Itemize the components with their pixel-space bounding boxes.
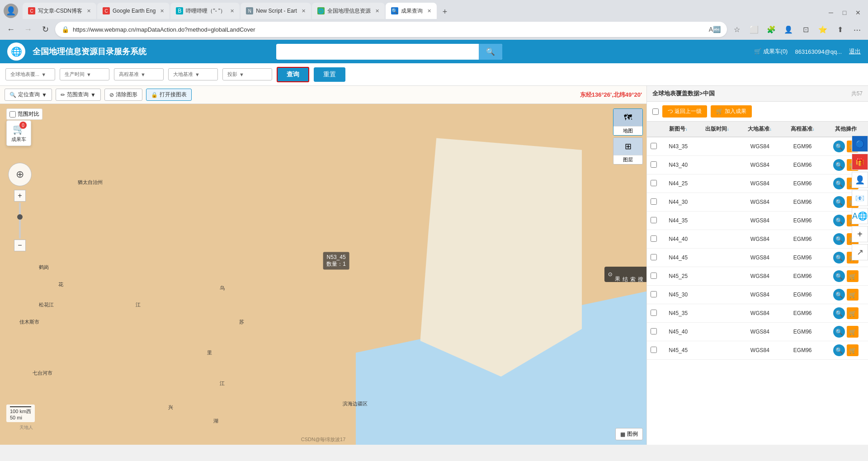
action-search-2[interactable]: 🔍 <box>833 178 845 189</box>
tab-4[interactable]: N New Script - Eart ✕ <box>241 3 311 19</box>
add-to-cart-button[interactable]: 🛒 加入成果 <box>711 105 751 118</box>
tab-1[interactable]: C 写文章-CSDN博客 ✕ <box>23 3 96 19</box>
range-query-button[interactable]: ✏ 范围查询 ▼ <box>56 89 101 101</box>
app-search-bar[interactable]: 🔍 <box>276 44 502 60</box>
bookmark-icon[interactable]: ☆ <box>730 22 744 37</box>
back-button[interactable]: ← <box>4 22 18 37</box>
tab-close-3[interactable]: ✕ <box>230 8 234 14</box>
filter-production-time[interactable]: 生产时间 ▼ <box>60 68 109 80</box>
compare-checkbox[interactable] <box>9 111 16 118</box>
action-cart-10[interactable]: 🛒 <box>847 326 859 338</box>
action-search-0[interactable]: 🔍 <box>833 141 845 152</box>
window-close[interactable]: ✕ <box>852 6 864 19</box>
zoom-handle[interactable] <box>17 214 23 220</box>
tab-6-active[interactable]: 🔍 成果查询 ✕ <box>386 3 437 19</box>
sidebar-icon-person[interactable]: 👤 <box>852 172 868 188</box>
new-tab-button[interactable]: + <box>438 5 452 19</box>
search-result-tab[interactable]: 搜 索 结 果 ⊙ <box>604 267 646 282</box>
col-pub-time[interactable]: 出版时间↓ <box>696 122 738 137</box>
sidebar-icon-translate[interactable]: A🌐 <box>852 208 868 224</box>
query-button[interactable]: 查询 <box>277 67 309 82</box>
tab-close-4[interactable]: ✕ <box>302 8 306 14</box>
tab-2[interactable]: C Google Earth Eng ✕ <box>97 3 170 19</box>
tab-close-1[interactable]: ✕ <box>87 8 91 14</box>
tab-close-6[interactable]: ✕ <box>427 8 431 14</box>
map-thumb-map[interactable]: 🗺 地图 <box>613 108 643 136</box>
profile-icon[interactable]: 👤 <box>4 4 18 18</box>
more-icon[interactable]: ··· <box>850 22 864 37</box>
row-checkbox-10[interactable] <box>647 323 660 341</box>
cart-header-icon[interactable]: 🛒 成果车(0) <box>754 47 788 56</box>
action-search-10[interactable]: 🔍 <box>833 326 845 338</box>
tab-close-5[interactable]: ✕ <box>375 8 379 14</box>
row-checkbox-11[interactable] <box>647 341 660 360</box>
profile-menu-icon[interactable]: 👤 <box>781 22 796 37</box>
action-search-6[interactable]: 🔍 <box>833 252 845 263</box>
action-cart-7[interactable]: 🛒 <box>847 270 859 282</box>
row-checkbox-0[interactable] <box>647 137 660 156</box>
map-area[interactable]: 🔍 定位查询 ▼ ✏ 范围查询 ▼ ⊘ 清除图形 🔒 打开接图表 东经136°2… <box>0 86 646 445</box>
action-search-3[interactable]: 🔍 <box>833 196 845 208</box>
reset-button[interactable]: 重置 <box>314 67 345 82</box>
col-elevation[interactable]: 高程基准↓ <box>781 122 824 137</box>
col-datum[interactable]: 大地基准↓ <box>739 122 781 137</box>
map-thumb-layer[interactable]: ⊞ 图层 <box>613 137 643 165</box>
tab-3[interactable]: B 哔哩哔哩（"- "） ✕ <box>170 3 240 19</box>
row-checkbox-8[interactable] <box>647 286 660 304</box>
split-view-icon[interactable]: ⊡ <box>798 22 813 37</box>
select-all-checkbox[interactable] <box>652 108 659 115</box>
sidebar-icon-blue[interactable]: 🔵 <box>852 136 868 152</box>
logout-button[interactable]: 退出 <box>849 47 861 56</box>
row-checkbox-9[interactable] <box>647 304 660 323</box>
reload-button[interactable]: ↻ <box>38 22 52 37</box>
favorites-icon[interactable]: ⭐ <box>816 22 830 37</box>
locate-query-button[interactable]: 🔍 定位查询 ▼ <box>5 89 52 101</box>
forward-button[interactable]: → <box>21 22 35 37</box>
action-cart-8[interactable]: 🛒 <box>847 289 859 301</box>
filter-projection[interactable]: 投影 ▼ <box>222 68 272 80</box>
row-checkbox-3[interactable] <box>647 193 660 212</box>
action-search-11[interactable]: 🔍 <box>833 344 845 356</box>
row-checkbox-2[interactable] <box>647 174 660 193</box>
row-checkbox-1[interactable] <box>647 156 660 174</box>
search-button[interactable]: 🔍 <box>479 44 502 60</box>
extensions-icon[interactable]: 🧩 <box>764 22 778 37</box>
filter-geodetic[interactable]: 大地基准 ▼ <box>168 68 218 80</box>
row-checkbox-7[interactable] <box>647 267 660 286</box>
compass-button[interactable]: ⊕ <box>8 163 32 186</box>
cart-widget[interactable]: 🛒 0 成果车 <box>6 120 31 146</box>
row-checkbox-6[interactable] <box>647 249 660 267</box>
action-search-4[interactable]: 🔍 <box>833 215 845 226</box>
sidebar-icon-red[interactable]: 🎁 <box>852 154 868 170</box>
action-search-9[interactable]: 🔍 <box>833 307 845 319</box>
map-canvas[interactable]: 猶太自治州 鹤岗 花 松花江 佳木斯市 七台河市 兴 湖 滨海边疆区 乌 苏 里… <box>0 104 646 445</box>
action-cart-9[interactable]: 🛒 <box>847 307 859 319</box>
zoom-out-button[interactable]: − <box>14 240 26 251</box>
sidebar-icon-plus[interactable]: + <box>852 226 868 242</box>
tab-5[interactable]: 🌐 全国地理信息资源 ✕ <box>312 3 385 19</box>
legend-button[interactable]: ▦ 图例 <box>615 428 643 440</box>
url-bar[interactable]: 🔒 https://www.webmap.cn/mapDataAction.do… <box>55 22 727 37</box>
clear-button[interactable]: ⊘ 清除图形 <box>104 89 142 101</box>
screenshot-icon[interactable]: ⬜ <box>747 22 761 37</box>
action-search-1[interactable]: 🔍 <box>833 159 845 171</box>
action-search-8[interactable]: 🔍 <box>833 289 845 301</box>
collections-icon[interactable]: ⬆ <box>833 22 847 37</box>
action-cart-11[interactable]: 🛒 <box>847 344 859 356</box>
row-checkbox-5[interactable] <box>647 230 660 249</box>
sidebar-icon-outlook[interactable]: 📧 <box>852 190 868 206</box>
filter-coverage[interactable]: 全球地表覆... ▼ <box>5 68 55 80</box>
col-map-no[interactable]: 新图号↓ <box>660 122 696 137</box>
search-input[interactable] <box>276 44 479 59</box>
compare-checkbox-area[interactable]: 范围对比 <box>6 108 42 120</box>
window-minimize[interactable]: ─ <box>825 6 837 19</box>
row-checkbox-4[interactable] <box>647 212 660 230</box>
action-search-5[interactable]: 🔍 <box>833 233 845 245</box>
translate-icon[interactable]: A🔤 <box>709 26 721 33</box>
back-button[interactable]: つ 返回上一级 <box>662 105 707 118</box>
open-map-button[interactable]: 🔒 打开接图表 <box>146 89 192 101</box>
zoom-in-button[interactable]: + <box>14 190 26 202</box>
tab-close-2[interactable]: ✕ <box>160 8 164 14</box>
filter-elevation[interactable]: 高程基准 ▼ <box>114 68 164 80</box>
sidebar-icon-share[interactable]: ↗ <box>852 244 868 260</box>
